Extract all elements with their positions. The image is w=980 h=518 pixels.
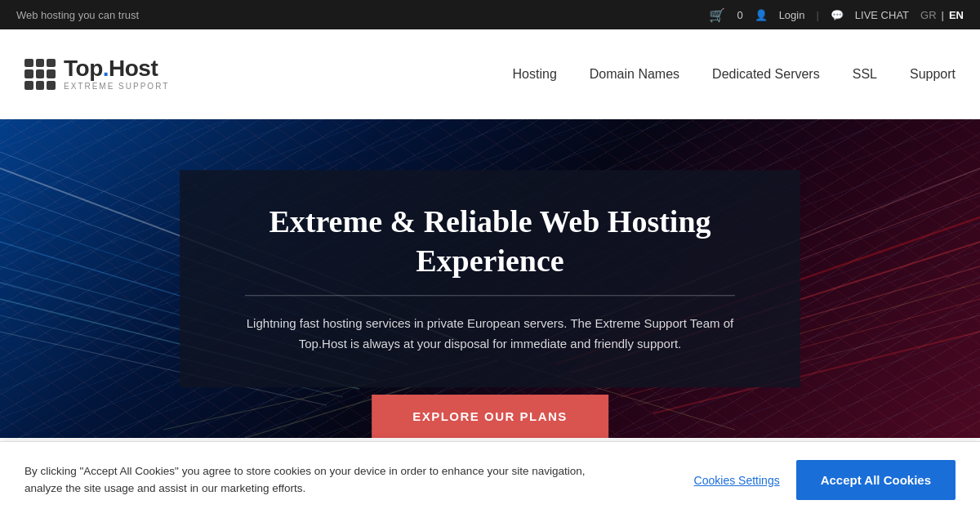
nav-item-domain-names[interactable]: Domain Names <box>590 67 679 82</box>
hero-section: Extreme & Reliable Web Hosting Experienc… <box>0 119 980 438</box>
livechat-label[interactable]: LIVE CHAT <box>855 9 909 21</box>
logo-grid-cell <box>47 81 56 90</box>
nav-item-dedicated-servers[interactable]: Dedicated Servers <box>712 67 820 82</box>
cart-count: 0 <box>737 9 742 21</box>
logo-tagline: EXTREME SUPPORT <box>64 82 169 91</box>
logo-grid-cell <box>24 81 33 90</box>
nav-link-support[interactable]: Support <box>910 67 956 84</box>
divider: | <box>816 9 818 21</box>
explore-plans-button[interactable]: EXPLORE OUR PLANS <box>372 395 608 438</box>
nav-link-dedicated-servers[interactable]: Dedicated Servers <box>712 67 820 84</box>
nav-item-support[interactable]: Support <box>910 67 956 82</box>
nav-item-ssl[interactable]: SSL <box>853 67 877 82</box>
login-link[interactable]: Login <box>779 9 805 21</box>
navbar: Top.Host EXTREME SUPPORT Hosting Domain … <box>0 29 980 119</box>
logo-grid-cell <box>36 59 45 68</box>
lang-en[interactable]: EN <box>949 9 964 21</box>
tagline: Web hosting you can trust <box>16 9 139 21</box>
logo-name: Top.Host <box>64 57 169 80</box>
top-bar: Web hosting you can trust 🛒 0 👤 Login | … <box>0 0 980 29</box>
logo-grid-cell <box>24 69 33 78</box>
hero-divider <box>245 295 735 296</box>
nav-link-hosting[interactable]: Hosting <box>513 67 557 84</box>
hero-subtitle: Lightning fast hosting services in priva… <box>245 314 735 355</box>
wechat-icon: 💬 <box>831 9 844 21</box>
logo-grid-icon <box>24 59 56 90</box>
nav-link-domain-names[interactable]: Domain Names <box>590 67 679 84</box>
logo-grid-cell <box>36 81 45 90</box>
hero-title: Extreme & Reliable Web Hosting Experienc… <box>245 203 735 280</box>
logo-grid-cell <box>36 69 45 78</box>
logo-grid-cell <box>47 69 56 78</box>
lang-separator: | <box>942 9 944 21</box>
logo-grid-cell <box>24 59 33 68</box>
logo-grid-cell <box>47 59 56 68</box>
nav-links: Hosting Domain Names Dedicated Servers S… <box>513 67 956 82</box>
nav-item-hosting[interactable]: Hosting <box>513 67 557 82</box>
language-switcher: GR | EN <box>920 9 964 21</box>
top-bar-right: 🛒 0 👤 Login | 💬 LIVE CHAT GR | EN <box>709 7 964 23</box>
logo-text: Top.Host EXTREME SUPPORT <box>64 57 169 91</box>
hero-content-box: Extreme & Reliable Web Hosting Experienc… <box>180 170 800 387</box>
nav-link-ssl[interactable]: SSL <box>853 67 877 84</box>
lang-gr[interactable]: GR <box>920 9 937 21</box>
logo[interactable]: Top.Host EXTREME SUPPORT <box>24 57 169 91</box>
cta-section: EXPLORE OUR PLANS <box>372 395 608 438</box>
user-icon: 👤 <box>755 9 768 21</box>
cart-icon[interactable]: 🛒 <box>709 7 725 23</box>
